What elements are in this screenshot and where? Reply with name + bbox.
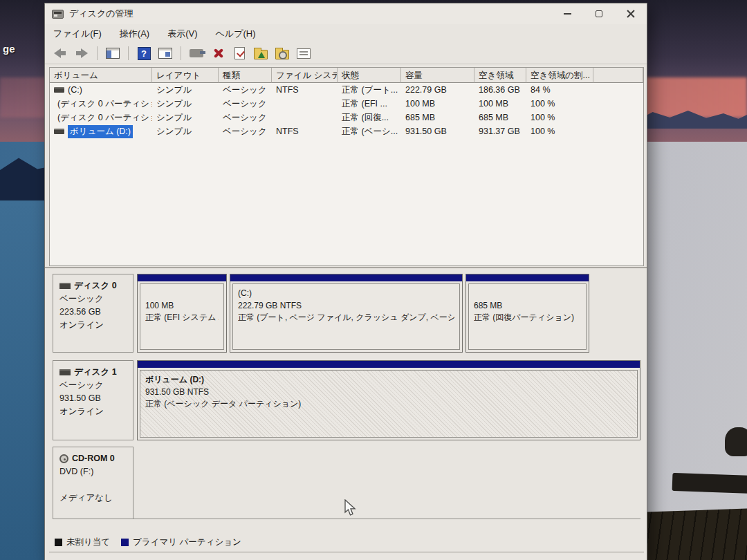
action-pane-icon [158,48,172,59]
volume-type: ベーシック [219,112,272,124]
disk0-partition-efi[interactable]: 100 MB 正常 (EFI システム パ [137,274,227,353]
disk0-partition-recovery[interactable]: 685 MB 正常 (回復パーティション) [465,274,589,353]
legend-unallocated-label: 未割り当て [66,536,110,548]
disk0-kind: ベーシック [59,292,133,306]
mark-partition-active-button[interactable] [231,46,248,61]
table-row-efi-partition[interactable]: (ディスク 0 パーティショ... シンプル ベーシック 正常 (EFI ...… [50,97,643,111]
window-title: ディスクの管理 [69,8,133,20]
volume-free-percent: 100 % [526,127,593,136]
show-action-pane-button[interactable] [157,46,174,61]
maximize-button[interactable] [583,3,615,24]
screenshot-tool-button[interactable] [188,46,205,61]
primary-partition-strip [230,274,462,281]
volume-list-header: ボリューム レイアウト 種類 ファイル システム 状態 容量 空き領域 空き領域… [50,68,643,83]
disk-management-app-icon [52,10,64,19]
cdrom-icon [59,454,68,463]
menu-view[interactable]: 表示(V) [167,28,197,40]
column-header-status[interactable]: 状態 [338,68,401,83]
title-bar[interactable]: ディスクの管理 [45,3,647,24]
column-header-layout[interactable]: レイアウト [152,68,219,83]
help-button[interactable]: ? [136,46,152,61]
column-header-blank[interactable] [593,68,643,83]
disk0-partition-c[interactable]: (C:) 222.79 GB NTFS 正常 (ブート, ページ ファイル, ク… [230,274,463,353]
volume-layout: シンプル [152,126,219,138]
disk1-label-card[interactable]: ディスク 1 ベーシック 931.50 GB オンライン [53,360,133,440]
desktop-icon-label[interactable]: ge [3,43,15,55]
explore-button[interactable] [274,46,290,61]
toolbar-separator [181,46,181,60]
column-header-type[interactable]: 種類 [219,68,272,83]
partition-status: 正常 (EFI システム パ [145,312,219,324]
volume-free: 931.37 GB [474,127,526,136]
disk-management-window: ディスクの管理 ファイル(F) 操作(A) 表示(V) ヘルプ(H) ? ボリュ… [44,3,647,560]
toolbar-separator [97,46,98,60]
cdrom-name: CD-ROM 0 [72,452,115,465]
menu-file[interactable]: ファイル(F) [53,28,102,40]
volume-type: ベーシック [219,98,272,110]
volume-icon [54,129,64,134]
toolbar: ? [45,43,647,64]
volume-type: ベーシック [219,126,272,138]
volume-name: (C:) [68,85,82,95]
properties-button[interactable] [295,46,312,61]
column-header-free-space[interactable]: 空き領域 [474,68,526,83]
properties-icon [297,48,311,59]
partition-name: ボリューム (D:) [145,374,632,386]
column-header-free-percent[interactable]: 空き領域の割... [526,68,593,83]
disk1-size: 931.50 GB [59,392,133,405]
volume-free-percent: 100 % [526,113,593,122]
cdrom-media-status: メディアなし [59,492,133,505]
folder-up-button[interactable] [252,46,269,61]
partition-size: 931.50 GB NTFS [145,386,632,399]
volume-free: 100 MB [474,99,526,109]
table-row-recovery-partition[interactable]: (ディスク 0 パーティショ... シンプル ベーシック 正常 (回復... 6… [50,111,643,124]
wallpaper-pier [641,508,747,560]
disk0-size: 223.56 GB [59,306,133,319]
back-button[interactable] [52,46,68,61]
menu-help[interactable]: ヘルプ(H) [216,28,256,40]
primary-partition-strip [466,274,589,281]
disk1-partition-d[interactable]: ボリューム (D:) 931.50 GB NTFS 正常 (ベーシック データ … [137,360,640,440]
volume-free-percent: 84 % [526,85,593,95]
disk0-name: ディスク 0 [74,279,117,292]
volume-status: 正常 (ブート... [338,84,401,96]
partition-status: 正常 (ベーシック データ パーティション) [145,398,632,411]
show-console-tree-button[interactable] [104,46,121,61]
table-row-volume-d-selected[interactable]: ボリューム (D:) シンプル ベーシック NTFS 正常 (ベーシ... 93… [50,124,643,138]
volume-free: 685 MB [474,113,526,122]
disk1-status: オンライン [59,405,133,418]
table-row-volume-c[interactable]: (C:) シンプル ベーシック NTFS 正常 (ブート... 222.79 G… [50,83,643,97]
column-header-capacity[interactable]: 容量 [401,68,474,83]
close-button[interactable] [615,3,647,24]
partition-size: 685 MB [474,300,581,312]
menu-bar: ファイル(F) 操作(A) 表示(V) ヘルプ(H) [45,24,647,43]
cdrom-empty-region [133,447,640,519]
disk1-kind: ベーシック [59,379,133,392]
volume-free-percent: 100 % [526,99,593,109]
volume-status: 正常 (EFI ... [338,98,401,110]
minimize-button[interactable] [551,3,583,24]
legend-bar: 未割り当て プライマリ パーティション [49,533,644,552]
primary-partition-color-swatch [121,539,129,546]
cdrom-label-card[interactable]: CD-ROM 0 DVD (F:) メディアなし [53,447,133,519]
back-icon [53,48,67,58]
maximize-icon [596,10,602,17]
column-header-volume[interactable]: ボリューム [50,68,152,83]
close-icon [627,10,635,18]
forward-button[interactable] [73,46,90,61]
disk0-label-card[interactable]: ディスク 0 ベーシック 223.56 GB オンライン [53,274,133,353]
window-controls [551,3,647,24]
help-icon: ? [138,47,151,60]
mouse-cursor [344,499,358,517]
delete-volume-button[interactable] [210,46,226,61]
cdrom-drive: DVD (F:) [59,465,133,478]
column-header-filesystem[interactable]: ファイル システム [272,68,338,83]
folder-up-icon [254,50,268,59]
document-check-icon [234,47,245,59]
menu-action[interactable]: 操作(A) [120,28,149,40]
disk1-name: ディスク 1 [74,366,117,379]
volume-type: ベーシック [219,84,272,96]
volume-filesystem: NTFS [272,85,338,95]
toolbar-separator [128,46,129,60]
wallpaper-sea-left [0,200,48,560]
